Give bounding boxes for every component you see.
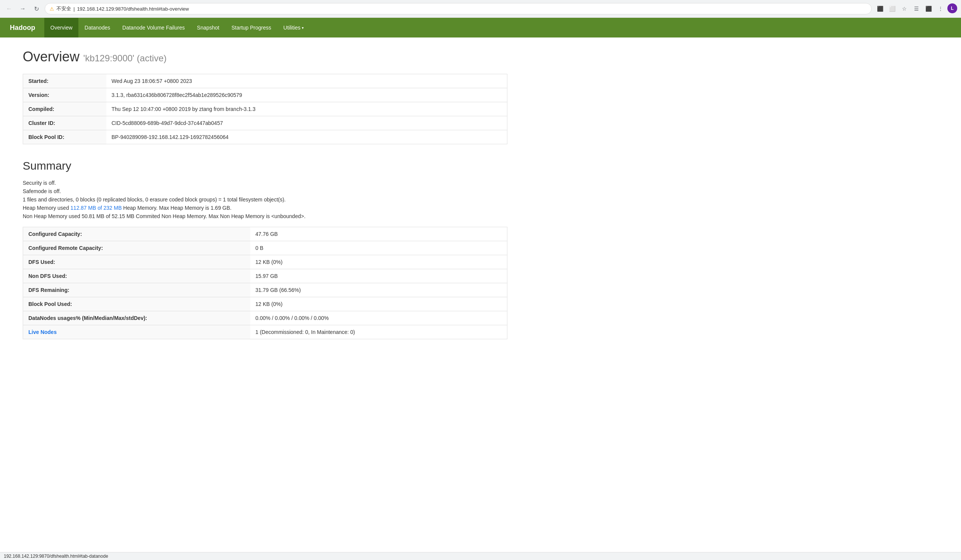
security-status: Security is off. [23, 180, 507, 186]
summary-label-non-dfs-used: Non DFS Used: [23, 269, 250, 283]
info-label-compiled: Compiled: [23, 102, 106, 116]
table-row: Configured Remote Capacity: 0 B [23, 241, 507, 255]
summary-value-dfs-used: 12 KB (0%) [250, 255, 507, 269]
non-heap-memory-info: Non Heap Memory used 50.81 MB of 52.15 M… [23, 213, 507, 219]
user-avatar[interactable]: L [947, 3, 957, 13]
summary-label-dfs-remaining: DFS Remaining: [23, 283, 250, 297]
summary-value-configured-remote-capacity: 0 B [250, 241, 507, 255]
summary-value-block-pool-used: 12 KB (0%) [250, 297, 507, 311]
summary-section: Security is off. Safemode is off. 1 file… [23, 180, 507, 219]
summary-label-configured-remote-capacity: Configured Remote Capacity: [23, 241, 250, 255]
info-value-version: 3.1.3, rba631c436b806728f8ec2f54ab1e2895… [106, 88, 507, 102]
summary-table: Configured Capacity: 47.76 GB Configured… [23, 227, 507, 339]
info-value-block-pool-id: BP-940289098-192.168.142.129-16927824560… [106, 130, 507, 144]
browser-chrome: ← → ↻ ⚠ 不安全 | 192.168.142.129:9870/dfshe… [0, 0, 961, 18]
live-nodes-link[interactable]: Live Nodes [28, 329, 57, 335]
table-row: Non DFS Used: 15.97 GB [23, 269, 507, 283]
warning-label: 不安全 [56, 5, 71, 12]
reload-button[interactable]: ↻ [31, 3, 42, 14]
back-button[interactable]: ← [4, 3, 14, 14]
host-active-label: 'kb129:9000' (active) [83, 53, 167, 63]
summary-value-datanodes-usages: 0.00% / 0.00% / 0.00% / 0.00% [250, 311, 507, 325]
info-value-cluster-id: CID-5cd88069-689b-49d7-9dcd-37c447ab0457 [106, 116, 507, 130]
table-row: Block Pool Used: 12 KB (0%) [23, 297, 507, 311]
table-row: Block Pool ID: BP-940289098-192.168.142.… [23, 130, 507, 144]
overview-heading: Overview 'kb129:9000' (active) [23, 49, 507, 65]
info-label-cluster-id: Cluster ID: [23, 116, 106, 130]
table-row: DataNodes usages% (Min/Median/Max/stdDev… [23, 311, 507, 325]
table-row: Version: 3.1.3, rba631c436b806728f8ec2f5… [23, 88, 507, 102]
security-warning-icon: ⚠ [50, 6, 54, 12]
window-button[interactable]: ⬛ [923, 3, 934, 14]
info-label-started: Started: [23, 74, 106, 88]
cast-button[interactable]: ⬛ [875, 3, 885, 14]
summary-value-configured-capacity: 47.76 GB [250, 227, 507, 241]
utilities-dropdown-icon: ▾ [302, 26, 304, 30]
info-value-started: Wed Aug 23 18:06:57 +0800 2023 [106, 74, 507, 88]
tab-button[interactable]: ⬜ [887, 3, 897, 14]
table-row: Compiled: Thu Sep 12 10:47:00 +0800 2019… [23, 102, 507, 116]
info-value-compiled: Thu Sep 12 10:47:00 +0800 2019 by ztang … [106, 102, 507, 116]
nav-item-datanode-volume-failures[interactable]: Datanode Volume Failures [116, 18, 191, 37]
url-separator: | [74, 6, 75, 12]
toolbar-actions: ⬛ ⬜ ☆ ☰ ⬛ ⋮ L [875, 3, 957, 14]
browser-toolbar: ← → ↻ ⚠ 不安全 | 192.168.142.129:9870/dfshe… [0, 0, 961, 18]
safemode-status: Safemode is off. [23, 188, 507, 194]
summary-label-block-pool-used: Block Pool Used: [23, 297, 250, 311]
main-content: Overview 'kb129:9000' (active) Started: … [0, 37, 530, 351]
summary-label-datanodes-usages: DataNodes usages% (Min/Median/Max/stdDev… [23, 311, 250, 325]
table-row: Cluster ID: CID-5cd88069-689b-49d7-9dcd-… [23, 116, 507, 130]
url-display: 192.168.142.129:9870/dfshealth.html#tab-… [77, 6, 189, 12]
summary-value-non-dfs-used: 15.97 GB [250, 269, 507, 283]
nav-item-overview[interactable]: Overview [44, 18, 79, 37]
table-row: Live Nodes 1 (Decommissioned: 0, In Main… [23, 325, 507, 339]
summary-label-dfs-used: DFS Used: [23, 255, 250, 269]
summary-heading: Summary [23, 159, 507, 172]
summary-label-configured-capacity: Configured Capacity: [23, 227, 250, 241]
forward-button[interactable]: → [18, 3, 28, 14]
heap-memory-highlight: 112.87 MB of 232 MB [71, 205, 122, 211]
nav-item-startup-progress[interactable]: Startup Progress [225, 18, 277, 37]
table-row: Configured Capacity: 47.76 GB [23, 227, 507, 241]
heap-memory-info: Heap Memory used 112.87 MB of 232 MB Hea… [23, 205, 507, 211]
menu-button[interactable]: ⋮ [935, 3, 946, 14]
table-row: DFS Used: 12 KB (0%) [23, 255, 507, 269]
summary-value-live-nodes: 1 (Decommissioned: 0, In Maintenance: 0) [250, 325, 507, 339]
history-button[interactable]: ☰ [911, 3, 922, 14]
summary-label-live-nodes: Live Nodes [23, 325, 250, 339]
table-row: Started: Wed Aug 23 18:06:57 +0800 2023 [23, 74, 507, 88]
table-row: DFS Remaining: 31.79 GB (66.56%) [23, 283, 507, 297]
filesystem-info: 1 files and directories, 0 blocks (0 rep… [23, 196, 507, 202]
info-label-version: Version: [23, 88, 106, 102]
navbar-brand: Hadoop [4, 24, 41, 32]
info-label-block-pool-id: Block Pool ID: [23, 130, 106, 144]
summary-value-dfs-remaining: 31.79 GB (66.56%) [250, 283, 507, 297]
info-table: Started: Wed Aug 23 18:06:57 +0800 2023 … [23, 74, 507, 144]
nav-item-snapshot[interactable]: Snapshot [191, 18, 225, 37]
nav-item-datanodes[interactable]: Datanodes [79, 18, 116, 37]
navbar: Hadoop Overview Datanodes Datanode Volum… [0, 18, 961, 37]
bookmark-button[interactable]: ☆ [899, 3, 910, 14]
address-bar[interactable]: ⚠ 不安全 | 192.168.142.129:9870/dfshealth.h… [45, 3, 872, 14]
nav-item-utilities[interactable]: Utilities ▾ [277, 18, 310, 37]
